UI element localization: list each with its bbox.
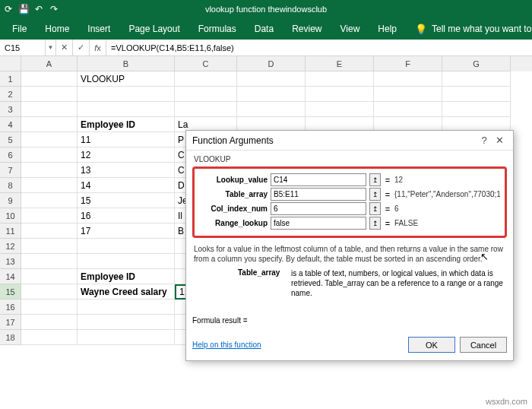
row-header[interactable]: 18 <box>0 330 21 345</box>
help-link[interactable]: Help on this function <box>192 341 261 349</box>
tab-page-layout[interactable]: Page Layout <box>119 18 188 40</box>
arg-input[interactable] <box>271 188 366 201</box>
dialog-close-icon[interactable]: ✕ <box>492 135 507 146</box>
name-box[interactable]: C15 <box>0 40 46 55</box>
cancel-button[interactable]: Cancel <box>460 337 507 353</box>
cell[interactable] <box>306 71 374 87</box>
cell[interactable] <box>442 71 511 87</box>
cell[interactable]: 16 <box>78 208 175 224</box>
cell[interactable]: VLOOKUP <box>78 71 175 87</box>
cell[interactable] <box>21 102 78 117</box>
cell[interactable] <box>21 208 78 224</box>
cell[interactable] <box>21 71 78 87</box>
collapse-dialog-icon[interactable]: ↥ <box>369 188 381 201</box>
cell[interactable] <box>175 87 237 102</box>
cell[interactable] <box>21 254 78 269</box>
row-header[interactable]: 12 <box>0 239 21 254</box>
tab-insert[interactable]: Insert <box>78 18 119 40</box>
row-header[interactable]: 2 <box>0 87 21 102</box>
cell[interactable] <box>21 147 78 163</box>
save-icon[interactable]: 💾 <box>18 4 29 14</box>
row-header[interactable]: 14 <box>0 269 21 284</box>
row-header[interactable]: 10 <box>0 208 21 224</box>
cell[interactable]: 11 <box>78 132 175 147</box>
cell[interactable] <box>21 224 78 239</box>
dialog-help-icon[interactable]: ? <box>477 135 492 146</box>
dialog-titlebar[interactable]: Function Arguments ? ✕ <box>186 131 513 151</box>
cell[interactable] <box>374 102 442 117</box>
cell[interactable] <box>78 254 175 269</box>
cell[interactable] <box>175 102 237 117</box>
cell[interactable] <box>175 71 237 87</box>
cell[interactable] <box>21 330 78 345</box>
cell[interactable] <box>21 315 78 330</box>
cell[interactable] <box>78 315 175 330</box>
cell[interactable] <box>78 102 175 117</box>
col-header[interactable]: D <box>237 56 306 71</box>
row-header[interactable]: 11 <box>0 224 21 239</box>
undo-icon[interactable]: ↶ <box>33 4 44 14</box>
autosave-icon[interactable]: ⟳ <box>3 4 14 14</box>
col-header[interactable]: B <box>78 56 175 71</box>
cell[interactable] <box>237 102 306 117</box>
col-header[interactable]: C <box>175 56 237 71</box>
cell[interactable] <box>21 87 78 102</box>
cell[interactable]: 13 <box>78 163 175 178</box>
cell[interactable]: 14 <box>78 178 175 193</box>
cancel-formula-icon[interactable]: ✕ <box>56 40 73 55</box>
enter-formula-icon[interactable]: ✓ <box>73 40 90 55</box>
row-header[interactable]: 5 <box>0 132 21 147</box>
arg-input[interactable] <box>271 202 366 215</box>
tab-data[interactable]: Data <box>245 18 283 40</box>
col-header[interactable]: F <box>374 56 442 71</box>
row-header[interactable]: 7 <box>0 163 21 178</box>
fx-icon[interactable]: fx <box>90 40 106 55</box>
cell[interactable] <box>78 300 175 315</box>
cell[interactable] <box>21 284 78 300</box>
cell[interactable]: 15 <box>78 193 175 208</box>
tab-formulas[interactable]: Formulas <box>189 18 245 40</box>
collapse-dialog-icon[interactable]: ↥ <box>369 173 381 186</box>
cell[interactable] <box>21 269 78 284</box>
arg-input[interactable] <box>271 173 366 186</box>
row-header[interactable]: 16 <box>0 300 21 315</box>
cell[interactable] <box>306 87 374 102</box>
row-header[interactable]: 3 <box>0 102 21 117</box>
cell[interactable] <box>21 239 78 254</box>
cell[interactable] <box>237 71 306 87</box>
cell[interactable] <box>442 102 511 117</box>
col-header[interactable]: E <box>306 56 374 71</box>
arg-input[interactable] <box>271 217 366 230</box>
cell[interactable] <box>78 87 175 102</box>
row-header[interactable]: 8 <box>0 178 21 193</box>
tab-file[interactable]: File <box>3 18 36 40</box>
cell[interactable] <box>442 87 511 102</box>
row-header[interactable]: 13 <box>0 254 21 269</box>
tell-me-search[interactable]: 💡 Tell me what you want to <box>406 18 532 40</box>
cell[interactable]: Employee ID <box>78 269 175 284</box>
collapse-dialog-icon[interactable]: ↥ <box>369 202 381 215</box>
tab-review[interactable]: Review <box>283 18 331 40</box>
cell[interactable] <box>21 178 78 193</box>
row-header[interactable]: 1 <box>0 71 21 87</box>
cell[interactable] <box>21 193 78 208</box>
cell[interactable] <box>374 71 442 87</box>
row-header[interactable]: 15 <box>0 284 21 300</box>
cell[interactable] <box>306 102 374 117</box>
cell[interactable] <box>21 132 78 147</box>
cell[interactable] <box>21 163 78 178</box>
cell[interactable]: 12 <box>78 147 175 163</box>
cell[interactable]: 17 <box>78 224 175 239</box>
col-header[interactable]: G <box>442 56 511 71</box>
row-header[interactable]: 4 <box>0 117 21 132</box>
cell[interactable]: Employee ID <box>78 117 175 132</box>
select-all-corner[interactable] <box>0 56 21 71</box>
row-header[interactable]: 17 <box>0 315 21 330</box>
row-header[interactable]: 6 <box>0 147 21 163</box>
row-header[interactable]: 9 <box>0 193 21 208</box>
cell[interactable] <box>78 239 175 254</box>
cell[interactable]: Wayne Creed salary <box>78 284 175 300</box>
redo-icon[interactable]: ↷ <box>49 4 59 14</box>
cell[interactable] <box>21 300 78 315</box>
formula-input[interactable]: =VLOOKUP(C14,B5:E11,6,false) <box>106 43 532 52</box>
